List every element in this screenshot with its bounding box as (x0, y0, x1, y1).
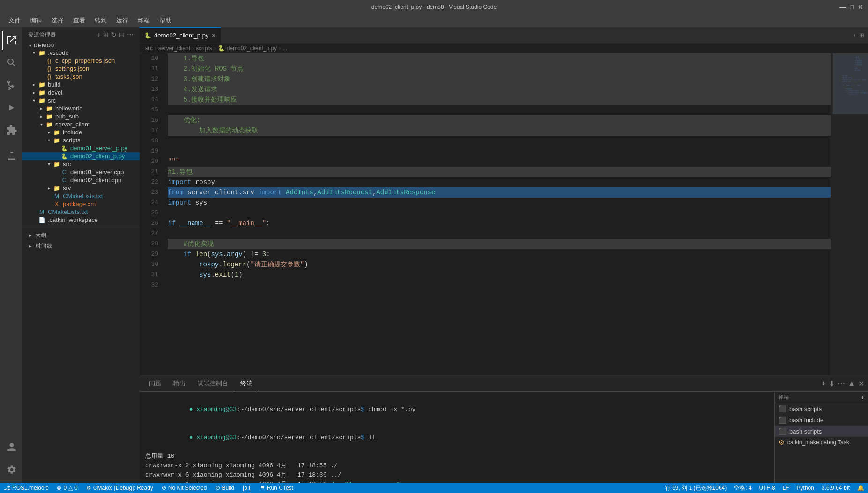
settings-activity-icon[interactable] (2, 460, 21, 479)
status-position[interactable]: 行 59, 列 1 (已选择1064) (661, 483, 730, 493)
minimap[interactable]: ···············1.导包 ···············2.初始化… (831, 53, 868, 375)
tree-item-src-inner[interactable]: ▾ 📁 src (22, 160, 140, 168)
menu-file[interactable]: 文件 (5, 15, 24, 26)
search-activity-icon[interactable] (2, 53, 21, 72)
tree-src-inner-arrow[interactable]: ▾ (45, 162, 52, 167)
maximize-button[interactable]: □ (850, 3, 854, 11)
tree-scripts-arrow[interactable]: ▾ (45, 138, 52, 143)
status-encoding[interactable]: UTF-8 (756, 483, 779, 493)
outline-arrow[interactable]: ▸ (26, 233, 34, 238)
extensions-activity-icon[interactable] (2, 121, 21, 140)
more-terminal-icon[interactable]: ⋯ (838, 379, 845, 388)
menu-view[interactable]: 查看 (69, 15, 89, 26)
tree-item-demo01-server-p[interactable]: ▸ 🐍 demo01_server_p.py (22, 144, 140, 152)
status-branch[interactable]: ⎇ ROS1.melodic (0, 483, 52, 493)
tree-pub-sub-arrow[interactable]: ▸ (37, 114, 45, 119)
layout-icon[interactable]: ⊞ (859, 32, 864, 39)
status-all[interactable]: [all] (239, 483, 255, 493)
tree-item-helloworld[interactable]: ▸ 📁 helloworld (22, 104, 140, 112)
tree-helloworld-arrow[interactable]: ▸ (37, 106, 45, 111)
add-shell-icon[interactable]: + (861, 394, 864, 401)
tree-item-pub-sub[interactable]: ▸ 📁 pub_sub (22, 112, 140, 120)
tree-include-arrow[interactable]: ▸ (45, 130, 52, 135)
breadcrumb-more[interactable]: ... (282, 45, 287, 52)
status-eol[interactable]: LF (779, 483, 793, 493)
window-controls[interactable]: — □ ✕ (840, 3, 863, 11)
shell-item-bash-scripts-2[interactable]: ⬛ bash scripts (775, 426, 868, 437)
more-icon[interactable]: ⋯ (127, 31, 134, 38)
tree-vscode-arrow[interactable]: ▾ (30, 50, 37, 55)
new-file-icon[interactable]: + (97, 31, 101, 38)
close-panel-icon[interactable]: ✕ (858, 379, 864, 388)
tree-root[interactable]: ▾ DEMO0 (22, 42, 140, 49)
menu-edit[interactable]: 编辑 (26, 15, 46, 26)
maximize-panel-icon[interactable]: ▲ (848, 379, 855, 388)
tree-item-include[interactable]: ▸ 📁 include (22, 128, 140, 136)
collapse-icon[interactable]: ⊟ (119, 31, 125, 38)
new-terminal-icon[interactable]: + (822, 379, 826, 388)
timeline-arrow[interactable]: ▸ (26, 243, 34, 249)
tab-close-button[interactable]: ✕ (211, 32, 216, 39)
menu-help[interactable]: 帮助 (156, 15, 175, 26)
testing-activity-icon[interactable] (2, 147, 21, 166)
tree-item-tasks[interactable]: ▸ {} tasks.json (22, 73, 140, 81)
tab-terminal[interactable]: 终端 (235, 377, 258, 390)
refresh-icon[interactable]: ↻ (111, 31, 117, 38)
status-notifications[interactable]: 🔔 (853, 483, 868, 493)
tab-output[interactable]: 输出 (168, 377, 191, 390)
close-button[interactable]: ✕ (858, 3, 863, 11)
menu-select[interactable]: 选择 (48, 15, 67, 26)
breadcrumb-src[interactable]: src (145, 45, 153, 52)
status-errors[interactable]: ⊗ 0 △ 0 (53, 483, 81, 493)
tree-item-src[interactable]: ▾ 📁 src (22, 96, 140, 104)
tab-debug-console[interactable]: 调试控制台 (192, 377, 234, 390)
new-folder-icon[interactable]: ⊞ (103, 31, 109, 38)
tree-item-vscode[interactable]: ▾ 📁 .vscode (22, 49, 140, 57)
split-terminal-icon[interactable]: ⬇ (829, 379, 835, 388)
tree-devel-arrow[interactable]: ▸ (30, 90, 37, 95)
tree-item-demo02-client-p[interactable]: ▸ 🐍 demo02_client_p.py (22, 152, 140, 160)
menu-terminal[interactable]: 终端 (134, 15, 154, 26)
tree-item-server-client[interactable]: ▾ 📁 server_client (22, 120, 140, 128)
account-activity-icon[interactable] (2, 438, 21, 456)
status-cmake[interactable]: ⚙ CMake: [Debug]: Ready (82, 483, 157, 493)
tree-item-c-cpp-props[interactable]: ▸ {} c_cpp_properties.json (22, 57, 140, 65)
breadcrumb-scripts[interactable]: scripts (196, 45, 212, 52)
tree-server-client-arrow[interactable]: ▾ (37, 122, 45, 127)
minimize-button[interactable]: — (840, 3, 846, 11)
code-editor[interactable]: 1011121314 1516171819 2021222324 2526272… (140, 53, 831, 375)
tree-build-arrow[interactable]: ▸ (30, 82, 37, 87)
tree-src-arrow[interactable]: ▾ (30, 98, 37, 103)
status-python-version[interactable]: 3.6.9 64-bit (818, 483, 853, 493)
run-activity-icon[interactable] (2, 98, 21, 117)
shell-item-bash-include[interactable]: ⬛ bash include (775, 414, 868, 426)
tree-item-cmake-root[interactable]: ▸ M CMakeLists.txt (22, 208, 140, 216)
tree-item-build[interactable]: ▸ 📁 build (22, 81, 140, 88)
breadcrumb-server-client[interactable]: server_client (158, 45, 190, 52)
tree-item-devel[interactable]: ▸ 📁 devel (22, 88, 140, 96)
tree-item-package[interactable]: ▸ X package.xml (22, 200, 140, 208)
explorer-activity-icon[interactable] (2, 31, 21, 50)
tree-item-catkin[interactable]: ▸ 📄 .catkin_workspace (22, 216, 140, 224)
tree-item-srv[interactable]: ▸ 📁 srv (22, 184, 140, 192)
status-language[interactable]: Python (793, 483, 818, 493)
sidebar-header-icons[interactable]: + ⊞ ↻ ⊟ ⋯ (97, 31, 134, 38)
status-spaces[interactable]: 空格: 4 (730, 483, 755, 493)
tree-root-arrow[interactable]: ▾ (26, 43, 34, 48)
terminal-main[interactable]: ● xiaoming@G3:~/demo0/src/server_client/… (140, 392, 774, 483)
source-control-activity-icon[interactable] (2, 76, 21, 95)
shell-item-bash-scripts-1[interactable]: ⬛ bash scripts (775, 403, 868, 414)
tab-demo02-client[interactable]: 🐍 demo02_client_p.py ✕ (140, 27, 221, 43)
tab-problems[interactable]: 问题 (143, 377, 167, 390)
tree-item-demo02-client-cpp[interactable]: ▸ C demo02_client.cpp (22, 176, 140, 184)
tree-item-demo01-server-cpp[interactable]: ▸ C demo01_server.cpp (22, 168, 140, 176)
tree-item-cmake-sc[interactable]: ▸ M CMakeLists.txt (22, 192, 140, 200)
menu-run[interactable]: 运行 (112, 15, 132, 26)
status-kit[interactable]: ⊘ No Kit Selected (158, 483, 211, 493)
tree-item-scripts[interactable]: ▾ 📁 scripts (22, 136, 140, 144)
split-editor-icon[interactable]: ⫶ (853, 32, 856, 39)
tree-timeline[interactable]: ▸ 时间线 (22, 241, 140, 251)
shell-item-catkin[interactable]: ⚙ catkin_make:debug Task (775, 437, 868, 448)
menu-goto[interactable]: 转到 (91, 15, 111, 26)
breadcrumb-filename[interactable]: demo02_client_p.py (227, 45, 277, 52)
